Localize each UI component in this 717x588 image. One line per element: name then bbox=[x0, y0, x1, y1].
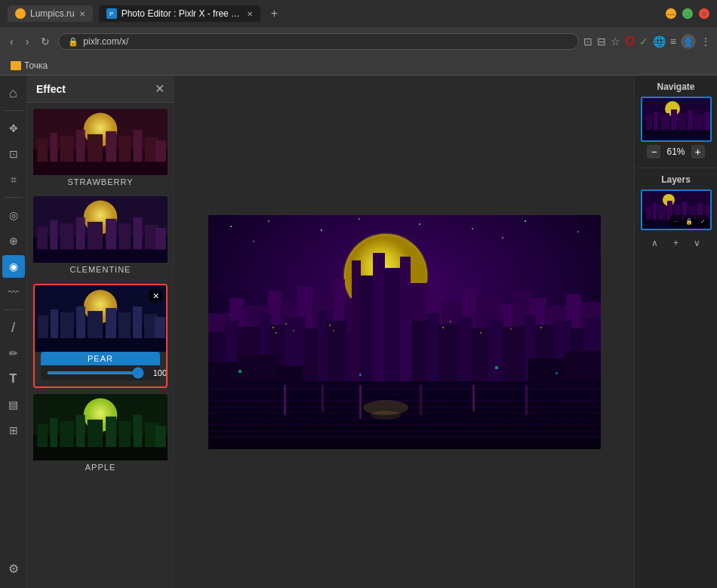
svg-rect-16 bbox=[37, 226, 48, 249]
svg-rect-46 bbox=[88, 420, 103, 447]
settings-button[interactable]: ⚙ bbox=[2, 556, 25, 582]
effect-pear-close-button[interactable]: ✕ bbox=[148, 288, 163, 303]
paint-tool[interactable]: ✏ bbox=[2, 342, 25, 365]
globe-icon[interactable]: 🌐 bbox=[653, 35, 666, 48]
bookmark-label: Точка bbox=[24, 60, 48, 71]
tab-close-lumpics[interactable]: ✕ bbox=[79, 10, 85, 18]
effect-clementine[interactable]: CLEMENTINE bbox=[33, 196, 168, 278]
bookmark-bar: Точка bbox=[0, 56, 717, 75]
bookmark-tocka[interactable]: Точка bbox=[6, 59, 52, 72]
effect-apple[interactable]: APPLE bbox=[33, 394, 168, 476]
right-panel: Navigate − 61% + bbox=[634, 75, 717, 588]
svg-point-61 bbox=[253, 241, 254, 242]
separator-3 bbox=[5, 309, 23, 310]
svg-rect-148 bbox=[525, 385, 528, 415]
effect-name-clementine: CLEMENTINE bbox=[33, 263, 168, 278]
pear-slider[interactable] bbox=[47, 371, 144, 374]
strawberry-scene bbox=[33, 109, 168, 175]
effect-pear[interactable]: ✕ PEAR 100 bbox=[33, 284, 168, 388]
svg-rect-161 bbox=[688, 110, 693, 130]
svg-rect-32 bbox=[76, 306, 85, 338]
layer-add-button[interactable]: + bbox=[673, 238, 679, 248]
svg-point-58 bbox=[472, 228, 473, 229]
star-icon[interactable]: ☆ bbox=[611, 35, 620, 48]
svg-rect-33 bbox=[88, 311, 103, 338]
layer-lock-icon[interactable]: 🔒 bbox=[683, 215, 695, 227]
liquify-tool[interactable]: 〰 bbox=[2, 281, 25, 303]
brush-tool[interactable]: / bbox=[2, 316, 25, 339]
address-bar[interactable]: 🔒 pixlr.com/x/ bbox=[58, 33, 579, 50]
tab-label-lumpics: Lumpics.ru bbox=[30, 8, 75, 19]
svg-rect-12 bbox=[155, 140, 166, 162]
effect-name-strawberry: STRAWBERRY bbox=[33, 175, 168, 190]
svg-rect-150 bbox=[359, 374, 362, 376]
layer-visible-icon[interactable]: ✓ bbox=[697, 215, 709, 227]
svg-rect-151 bbox=[495, 366, 498, 369]
pear-label-bar: PEAR bbox=[41, 352, 160, 365]
back-button[interactable]: ‹ bbox=[6, 33, 17, 50]
cast-icon: ⊟ bbox=[597, 35, 606, 48]
zoom-level-label: 61% bbox=[666, 146, 685, 157]
svg-point-59 bbox=[525, 220, 526, 222]
effect-strawberry[interactable]: STRAWBERRY bbox=[33, 109, 168, 190]
navigate-thumb-svg bbox=[642, 98, 710, 140]
svg-rect-163 bbox=[704, 112, 710, 130]
crop-tool[interactable]: ⌗ bbox=[2, 168, 25, 191]
svg-rect-125 bbox=[540, 327, 542, 328]
transform-tool[interactable]: ⊡ bbox=[2, 143, 25, 165]
more-icon[interactable]: ⋮ bbox=[700, 35, 711, 48]
browser-chrome: Lumpics.ru ✕ P Photo Editor : Pixlr X - … bbox=[0, 0, 717, 75]
svg-rect-167 bbox=[646, 206, 651, 220]
menu-icon[interactable]: ≡ bbox=[670, 35, 676, 48]
svg-rect-49 bbox=[133, 415, 142, 447]
svg-point-57 bbox=[419, 223, 420, 225]
effects-close-button[interactable]: ✕ bbox=[155, 82, 165, 96]
image-tool[interactable]: ⊞ bbox=[2, 419, 25, 442]
svg-rect-51 bbox=[155, 426, 166, 447]
effects-list: STRAWBERRY bbox=[27, 103, 174, 588]
new-tab-button[interactable]: + bbox=[266, 5, 282, 22]
svg-rect-131 bbox=[208, 381, 601, 449]
svg-rect-115 bbox=[272, 327, 274, 328]
nav-bar: ‹ › ↻ 🔒 pixlr.com/x/ ⊡ ⊟ ☆ O ✓ 🌐 ≡ 👤 ⋮ bbox=[0, 27, 717, 56]
layer-item-1[interactable]: ··· 🔒 ✓ bbox=[641, 189, 712, 230]
zoom-in-button[interactable]: + bbox=[691, 145, 705, 159]
maximize-button[interactable]: □ bbox=[682, 8, 693, 19]
filter-tool[interactable]: ⊕ bbox=[2, 229, 25, 252]
layer-down-button[interactable]: ∨ bbox=[694, 238, 700, 248]
tab-close-pixlr[interactable]: ✕ bbox=[247, 10, 253, 18]
effects-header: Effect ✕ bbox=[27, 75, 174, 103]
gradient-tool[interactable]: ▤ bbox=[2, 393, 25, 416]
window-controls: — □ ✕ bbox=[666, 8, 709, 19]
check-icon[interactable]: ✓ bbox=[639, 35, 648, 48]
opera-icon[interactable]: O bbox=[625, 35, 634, 48]
svg-rect-44 bbox=[60, 421, 73, 447]
layer-up-button[interactable]: ∧ bbox=[651, 238, 658, 248]
account-icon[interactable]: 👤 bbox=[681, 34, 696, 49]
effect-thumb-pear: ✕ bbox=[35, 285, 166, 352]
svg-point-53 bbox=[230, 226, 232, 227]
svg-rect-8 bbox=[106, 131, 116, 162]
nav-icons: ⊡ ⊟ ☆ O ✓ 🌐 ≡ 👤 ⋮ bbox=[583, 34, 711, 49]
layer-dots-icon[interactable]: ··· bbox=[669, 215, 682, 227]
text-tool[interactable]: T bbox=[2, 368, 25, 390]
svg-rect-7 bbox=[88, 134, 103, 162]
svg-rect-45 bbox=[76, 415, 85, 447]
canvas-image bbox=[208, 215, 601, 449]
close-window-button[interactable]: ✕ bbox=[699, 8, 709, 19]
zoom-out-button[interactable]: − bbox=[647, 145, 660, 159]
effect-thumb-strawberry bbox=[33, 109, 168, 175]
svg-rect-23 bbox=[133, 217, 142, 249]
tab-lumpics[interactable]: Lumpics.ru ✕ bbox=[8, 5, 93, 22]
move-tool[interactable]: ✥ bbox=[2, 117, 25, 140]
effect-tool[interactable]: ◉ bbox=[2, 255, 25, 278]
minimize-button[interactable]: — bbox=[666, 8, 676, 19]
home-tool[interactable]: ⌂ bbox=[2, 82, 25, 104]
forward-button[interactable]: › bbox=[22, 33, 33, 50]
canvas-area bbox=[174, 75, 634, 588]
tab-favicon-pixlr: P bbox=[106, 8, 117, 19]
tab-pixlr[interactable]: P Photo Editor : Pixlr X - free imag... … bbox=[99, 5, 260, 22]
svg-rect-22 bbox=[118, 223, 131, 249]
refresh-button[interactable]: ↻ bbox=[37, 33, 54, 50]
adjust-tool[interactable]: ◎ bbox=[2, 204, 25, 226]
